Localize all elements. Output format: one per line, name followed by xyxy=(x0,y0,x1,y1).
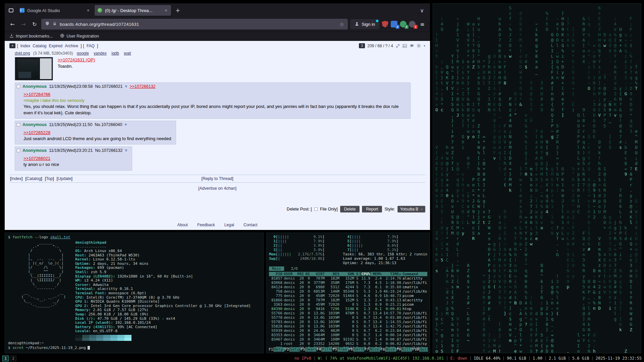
post-backlink[interactable]: >>107266132 xyxy=(129,84,155,89)
column-header-pid[interactable]: PID xyxy=(269,272,283,276)
sign-in-button[interactable]: Sign in xyxy=(350,19,379,29)
process-row[interactable]: 1root20023352142009652S0.00.20:06.02/usr… xyxy=(269,342,427,346)
search-wait-link[interactable]: wait xyxy=(124,51,131,56)
process-table-header[interactable]: PIDUSERPRINIVIRTRESSHRSCPU%MEM%TIME+Comm… xyxy=(269,272,427,276)
fkey-f2[interactable]: F2Setup xyxy=(284,347,301,352)
terminal-htop[interactable]: 0[||||| 9.1%] 1[|||| 7.9%] 2[|| 3.9%] 3[… xyxy=(266,233,430,353)
htop-tab-io[interactable]: I/O xyxy=(288,266,301,271)
footer-feedback-link[interactable]: Feedback xyxy=(197,223,215,227)
column-header-shr[interactable]: SHR xyxy=(340,272,355,276)
column-header-user[interactable]: USER xyxy=(283,272,297,276)
fkey-f1[interactable]: F1Help xyxy=(268,347,284,352)
extension-green-icon[interactable]: 2 xyxy=(400,21,407,27)
footer-contact-link[interactable]: Contact xyxy=(244,223,257,227)
process-row[interactable]: 84124denis200698053124244S7.30.10:35.60c… xyxy=(269,285,427,289)
column-header-virt[interactable]: VIRT xyxy=(311,272,325,276)
reload-button[interactable]: ↻ xyxy=(30,21,39,27)
fkey-f6[interactable]: F6SortBy xyxy=(348,347,364,352)
nav-expired-link[interactable]: Expired xyxy=(49,44,63,48)
delete-button[interactable]: Delete xyxy=(340,206,360,213)
op-filename-link[interactable]: dskt.png xyxy=(15,51,30,56)
bookmark-user-registration[interactable]: User Registration xyxy=(60,34,99,39)
tab-close-icon[interactable]: × xyxy=(164,8,168,13)
fkey-f3[interactable]: F3Search xyxy=(300,347,316,352)
fkey-f5[interactable]: F5Tree xyxy=(332,347,348,352)
file-only-checkbox[interactable] xyxy=(314,207,318,211)
workspace-button-1[interactable]: 1 xyxy=(2,356,9,361)
post-checkbox[interactable] xyxy=(17,149,20,152)
process-row[interactable]: 775denis200458M7202051464S4.60.918:48.73… xyxy=(269,294,427,298)
tab-google-ai-studio[interactable]: Google AI Studio × xyxy=(17,5,93,16)
post-checkbox[interactable] xyxy=(17,85,20,88)
post-number[interactable]: No.107266132 xyxy=(95,148,122,153)
tab-close-icon[interactable]: × xyxy=(86,8,90,13)
tab-list-button[interactable]: ∨ xyxy=(417,7,427,14)
fkey-f8[interactable]: F8Nice + xyxy=(380,347,396,352)
post-number[interactable]: No.107266040 xyxy=(95,122,122,127)
post-menu-icon[interactable]: ▼ xyxy=(125,149,127,152)
settings-icon[interactable] xyxy=(417,44,421,48)
column-header-s[interactable]: S xyxy=(355,272,360,276)
search-google-link[interactable]: google xyxy=(77,51,89,56)
bookmark-import[interactable]: Import bookmarks... xyxy=(9,34,53,39)
process-row[interactable]: 758denis2006853M146M95348S5.31.946:19.24… xyxy=(269,289,427,294)
nav-index-link[interactable]: Index xyxy=(20,44,30,48)
menu-button[interactable]: ≡ xyxy=(418,21,427,27)
back-button[interactable]: ← xyxy=(8,21,17,27)
terminal-cmatrix[interactable]: S 6 c d % ) + : ~ H u f 2 ( - H j & ( C … xyxy=(433,3,641,353)
topnav-plus-button[interactable]: + xyxy=(9,43,15,48)
tab-4chan-thread[interactable]: (0) /g/ - Desktop Threa... × xyxy=(95,5,171,16)
footer-legal-link[interactable]: Legal xyxy=(224,223,234,227)
extension-notification-icon[interactable]: 1 xyxy=(409,21,416,27)
footer-about-link[interactable]: About xyxy=(177,223,188,227)
process-row[interactable]: 81857denis200707M182M152MS11.92.42:14.76… xyxy=(269,276,427,281)
chevron-down-icon[interactable]: ▾ xyxy=(424,44,425,48)
column-header-res[interactable]: RES xyxy=(325,272,340,276)
bottom-update-link[interactable]: Update xyxy=(57,176,72,181)
terminal-fastfetch[interactable]: $ fastfetch --logo skull.txt ______ .-" … xyxy=(5,233,264,353)
fkey-f10[interactable]: F10Quit xyxy=(412,347,428,352)
gallery-icon[interactable] xyxy=(402,44,407,48)
process-row[interactable]: 55939denis20024.0G482M0S0.76.20:23.84/us… xyxy=(269,328,427,333)
fkey-f9[interactable]: F9Kill xyxy=(396,347,412,352)
bookmark-star-icon[interactable]: ☆ xyxy=(339,21,344,27)
search-iqdb-link[interactable]: iqdb xyxy=(111,51,119,56)
process-row[interactable]: 55828denis20013.0G1039M0S0.713.41:42.75/… xyxy=(269,324,427,328)
nav-faq-link[interactable]: FAQ xyxy=(87,44,95,48)
extension-ublock-icon[interactable]: 2 xyxy=(382,21,388,27)
shield-icon[interactable] xyxy=(45,21,50,27)
post-number[interactable]: No.107266021 xyxy=(95,84,122,89)
bottom-catalog-link[interactable]: Catalog xyxy=(25,176,42,181)
chat-icon[interactable] xyxy=(410,44,414,48)
process-row[interactable]: 55766denis20013.0G1039M476MS0.713.414:57… xyxy=(269,311,427,315)
search-yandex-link[interactable]: yandex xyxy=(94,51,107,56)
advertise-link[interactable]: [Advertise on 4chan] xyxy=(198,186,236,191)
column-header-ni[interactable]: NI xyxy=(305,272,311,276)
process-row[interactable]: 84390denis200941672965148R1.30.10:09.81h… xyxy=(269,307,427,311)
process-row[interactable]: 83467denis2003464M108M92192S0.71.40:00.8… xyxy=(269,337,427,342)
process-row[interactable]: 3363denis200459M720200S1.30.90:23.21pico… xyxy=(269,302,427,307)
process-row[interactable]: 83068denis2003779M358M176MS7.34.51:18.98… xyxy=(269,281,427,285)
style-select[interactable]: Yotsuba B ▾ xyxy=(397,206,425,213)
op-thumbnail[interactable] xyxy=(15,57,53,80)
nav-catalog-link[interactable]: Catalog xyxy=(33,44,46,48)
post-menu-icon[interactable]: ▼ xyxy=(125,85,127,88)
htop-tab-main[interactable]: Main xyxy=(269,266,284,271)
workspace-button-2[interactable]: 2 xyxy=(10,356,16,361)
column-header-cpu[interactable]: CPU% xyxy=(360,272,371,276)
expand-icon[interactable] xyxy=(395,44,400,48)
post-menu-icon[interactable]: ▼ xyxy=(125,123,127,126)
extension-blue-icon[interactable]: 2 xyxy=(391,21,397,27)
fkey-f4[interactable]: F4Filter xyxy=(316,347,332,352)
process-row[interactable]: 55783denis20013.0G1039M0S0.713.41:14.55/… xyxy=(269,320,427,324)
firefox-view-icon[interactable] xyxy=(7,6,15,15)
forward-button[interactable]: → xyxy=(19,21,28,27)
column-header-mem[interactable]: MEM% xyxy=(371,272,382,276)
fkey-f7[interactable]: F7Nice - xyxy=(364,347,380,352)
new-tab-button[interactable]: + xyxy=(172,7,183,14)
process-row[interactable]: 81866denis200707M182M152MS3.32.40:43.13a… xyxy=(269,298,427,302)
url-text[interactable]: boards.4chan.org/g/thread/107241631 xyxy=(60,22,336,27)
op-backlink[interactable]: >>107241631 (OP) xyxy=(58,57,95,63)
bottom-top-link[interactable]: Top xyxy=(45,176,54,181)
bottom-index-link[interactable]: Index xyxy=(10,176,23,181)
